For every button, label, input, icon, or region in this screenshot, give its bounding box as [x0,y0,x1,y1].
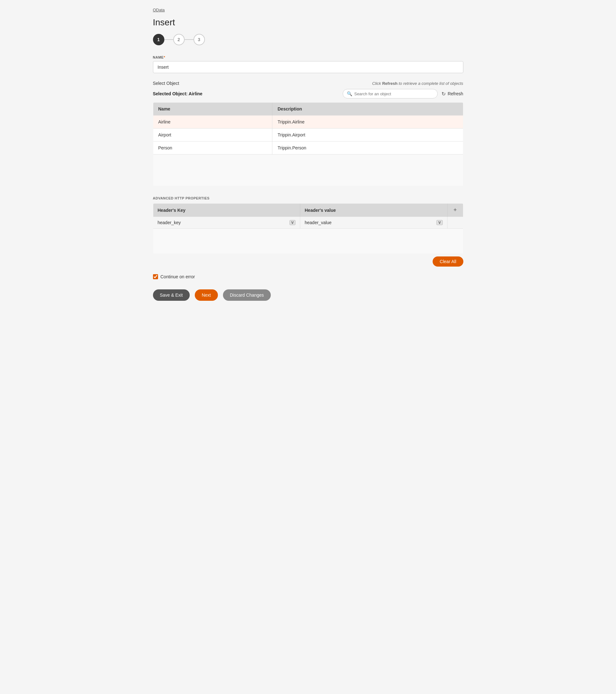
http-col-key: Header's Key [153,204,300,217]
http-action-cell [447,217,463,229]
steps-indicator: 1 2 3 [153,34,463,45]
clear-all-button[interactable]: Clear All [433,256,463,267]
search-refresh-row: 🔍 ↻ Refresh [343,89,463,98]
continue-on-error-label: Continue on error [161,274,195,279]
header-value-input[interactable] [305,219,434,226]
search-icon: 🔍 [347,91,352,96]
row-name: Airport [153,129,272,142]
col-description: Description [272,103,463,115]
search-input[interactable] [354,91,434,96]
var-badge-value[interactable]: V [436,220,442,225]
table-row[interactable]: Person Trippin.Person [153,142,463,154]
select-object-section: Select Object Click Refresh to retrieve … [153,81,463,186]
refresh-icon: ↻ [441,91,446,97]
http-col-value: Header's value [300,204,448,217]
refresh-hint: Click Refresh to retrieve a complete lis… [372,81,463,86]
continue-on-error-checkbox[interactable] [153,274,158,279]
step-2[interactable]: 2 [173,34,185,45]
next-button[interactable]: Next [195,289,218,301]
table-row[interactable]: Airline Trippin.Airline [153,115,463,129]
clear-all-row: Clear All [153,256,463,267]
required-star: * [164,55,165,59]
refresh-button[interactable]: ↻ Refresh [441,91,463,97]
add-row-button[interactable]: + [452,207,458,213]
name-label: NAME* [153,55,463,59]
step-connector-2 [185,39,194,40]
discard-button[interactable]: Discard Changes [223,289,271,301]
page-title: Insert [153,17,463,28]
col-name: Name [153,103,272,115]
row-description: Trippin.Airport [272,129,463,142]
row-name: Person [153,142,272,154]
http-col-add: + [447,204,463,217]
step-3[interactable]: 3 [194,34,205,45]
http-value-cell: V [300,217,448,229]
breadcrumb[interactable]: OData [153,7,463,12]
selected-object-row: Selected Object: Airline 🔍 ↻ Refresh [153,89,463,98]
advanced-http-title: ADVANCED HTTP PROPERTIES [153,196,463,200]
http-table-row: V V [153,217,463,229]
search-box[interactable]: 🔍 [343,89,438,98]
row-name: Airline [153,115,272,129]
row-description: Trippin.Airline [272,115,463,129]
var-badge-key[interactable]: V [289,220,295,225]
name-input[interactable] [153,61,463,73]
table-row[interactable]: Airport Trippin.Airport [153,129,463,142]
step-connector-1 [164,39,173,40]
http-key-content: V [158,219,296,226]
refresh-label: Refresh [448,91,463,96]
step-1[interactable]: 1 [153,34,164,45]
select-object-header: Select Object Click Refresh to retrieve … [153,81,463,86]
http-key-cell: V [153,217,300,229]
http-value-content: V [305,219,443,226]
select-object-label: Select Object [153,81,179,86]
name-section: NAME* [153,55,463,73]
advanced-http-section: ADVANCED HTTP PROPERTIES Header's Key He… [153,196,463,254]
object-table: Name Description Airline Trippin.Airline… [153,102,463,186]
http-table: Header's Key Header's value + V [153,203,463,254]
header-key-input[interactable] [158,219,287,226]
http-empty-row [153,229,463,254]
continue-on-error-row: Continue on error [153,274,463,279]
bottom-actions: Save & Exit Next Discard Changes [153,289,463,301]
table-empty-row [153,154,463,186]
selected-object-text: Selected Object: Airline [153,91,203,96]
row-description: Trippin.Person [272,142,463,154]
save-exit-button[interactable]: Save & Exit [153,289,190,301]
